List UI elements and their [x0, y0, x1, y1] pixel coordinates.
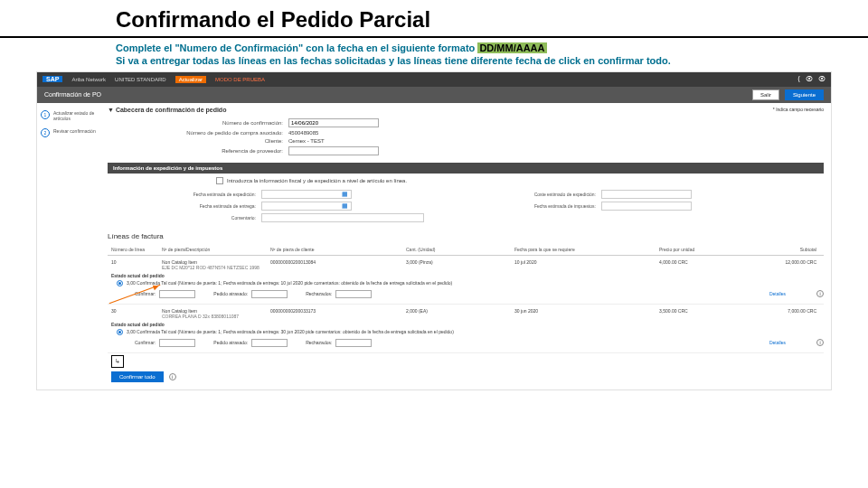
info-icon[interactable]: i: [816, 339, 824, 346]
li2-status-head: Estado actual del pedido: [111, 322, 824, 327]
app-topbar: SAP Ariba Network UNITED STANDARD Actual…: [37, 72, 831, 87]
delivery-date-label: Fecha estimada de entrega:: [162, 203, 261, 209]
topbar-icons: ⟨ ⦿ ⦿: [797, 75, 826, 83]
line-level-label: Introduzca la información fiscal y de ex…: [227, 178, 407, 183]
supplier-ref-label: Referencia de proveedor:: [162, 148, 288, 154]
li1-qty: 3,000 (Pinza): [406, 259, 514, 265]
user-icon[interactable]: ⦿: [818, 75, 826, 83]
calendar-icon[interactable]: ▦: [342, 202, 349, 210]
col-unit-price: Precio por unidad: [659, 247, 768, 252]
expand-arrow-icon[interactable]: ↳: [111, 355, 124, 368]
test-mode-label: MODO DE PRUEBA: [215, 77, 265, 82]
li2-num: 30: [108, 308, 162, 314]
li1-meta: EJE DC M20*12 ROD 487N574 NETZSEC 1998: [162, 265, 824, 270]
col-subtotal: Subtotal: [768, 247, 824, 252]
li1-status-text: 3,00 Confirmada Tal cual (Número de puer…: [127, 280, 452, 286]
info-icon[interactable]: i: [169, 373, 176, 380]
network-label: Ariba Network: [71, 77, 106, 82]
li2-meta: CORREA PLANA D 32x 83808011087: [162, 314, 824, 319]
customer-value: Cemex - TEST: [288, 138, 325, 144]
col-part-desc: Nº de pieza/Descripción: [162, 247, 270, 252]
line-item-10: 10 Non Catalog Item 000000000200013084 3…: [108, 256, 824, 305]
li1-reject-input[interactable]: [335, 290, 372, 298]
instruction-text: Complete el "Numero de Confirmación" con…: [0, 42, 868, 71]
confirm-all-button[interactable]: Confirmar todo: [111, 371, 164, 382]
li1-part: 000000000200013084: [270, 259, 406, 265]
conf-number-input[interactable]: [288, 118, 379, 127]
back-icon[interactable]: ⟨: [797, 75, 800, 83]
sap-logo: SAP: [42, 76, 62, 82]
li1-price: 4,000.00 CRC: [659, 259, 768, 265]
col-needby: Fecha para la que se requiere: [514, 247, 659, 252]
step-1-label: Actualizar estado de artículos: [53, 110, 97, 121]
li2-subtotal: 7,000.00 CRC: [768, 308, 824, 314]
step-2[interactable]: 2 Revisar confirmación: [41, 128, 97, 137]
li2-price: 3,500.00 CRC: [659, 308, 768, 314]
li1-reject-label: Rechazados:: [306, 291, 332, 296]
comment-label: Comentario:: [162, 215, 261, 221]
li2-backorder-label: Pedido atrasado:: [213, 340, 248, 345]
slide-title: Confirmando el Pedido Parcial: [0, 0, 868, 38]
col-line-num: Número de línea: [108, 247, 162, 252]
ariba-app-screenshot: SAP Ariba Network UNITED STANDARD Actual…: [36, 71, 832, 390]
table-header: Número de línea Nº de pieza/Descripción …: [108, 244, 824, 256]
comment-input[interactable]: [261, 213, 424, 222]
ship-cost-label: Coste estimado de expedición:: [502, 192, 601, 197]
step-1[interactable]: 1 Actualizar estado de artículos: [41, 110, 97, 121]
line-level-checkbox[interactable]: [216, 177, 223, 184]
li2-desc: Non Catalog Item: [162, 308, 270, 314]
li1-backorder-input[interactable]: [251, 290, 288, 298]
info-icon[interactable]: i: [816, 290, 824, 297]
col-qty: Cant. (Unidad): [406, 247, 514, 252]
li2-reject-label: Rechazados:: [306, 340, 332, 345]
required-hint: * Indica campo necesario: [773, 107, 824, 113]
tax-date-label: Fecha estimada de impuestos:: [502, 203, 601, 209]
li1-num: 10: [108, 259, 162, 265]
main-content: ▼ Cabecera de confirmación de pedido * I…: [100, 103, 831, 389]
po-number-label: Número de pedido de compra asociado:: [162, 130, 288, 136]
supplier-ref-input[interactable]: [288, 146, 379, 155]
supplier-crumb: UNITED STANDARD: [115, 77, 166, 82]
wizard-steps: 1 Actualizar estado de artículos 2 Revis…: [37, 103, 100, 389]
ship-tax-section: Información de expedición y de impuestos: [108, 163, 824, 174]
ship-date-label: Fecha estimada de expedición:: [162, 192, 261, 197]
li2-details-link[interactable]: Detalles: [769, 340, 795, 345]
ship-cost-input[interactable]: [601, 190, 692, 199]
header-panel-title: ▼ Cabecera de confirmación de pedido: [108, 107, 226, 113]
li2-status-text: 3,00 Confirmada Tal cual (Número de puer…: [127, 329, 454, 334]
step-1-circle: 1: [41, 110, 50, 119]
li2-status-radio[interactable]: [117, 329, 123, 335]
step-2-circle: 2: [41, 128, 50, 137]
li2-reject-input[interactable]: [335, 339, 372, 347]
delivery-date-input[interactable]: ▦: [261, 202, 352, 211]
li2-confirm-label: Confirmar:: [135, 340, 156, 345]
li2-date: 30 jun 2020: [514, 308, 659, 314]
li1-status-radio[interactable]: [117, 280, 123, 286]
tax-date-input[interactable]: [601, 202, 692, 211]
li2-part: 000000000200033173: [270, 308, 406, 314]
page-title: Confirmación de PO: [44, 91, 101, 98]
li1-backorder-label: Pedido atrasado:: [213, 291, 248, 296]
exit-button[interactable]: Salir: [752, 89, 779, 100]
col-customer-part: Nº de pieza de cliente: [270, 247, 406, 252]
li1-desc: Non Catalog Item: [162, 259, 270, 265]
conf-number-label: Número de confirmación:: [162, 120, 288, 126]
li1-confirm-input[interactable]: [159, 290, 195, 298]
li2-confirm-input[interactable]: [159, 339, 195, 347]
line-item-30: 30 Non Catalog Item 000000000200033173 2…: [108, 305, 824, 353]
li2-backorder-input[interactable]: [251, 339, 288, 347]
actualizar-btn[interactable]: Actualizar: [175, 76, 206, 83]
ship-date-input[interactable]: ▦: [261, 190, 352, 199]
step-2-label: Revisar confirmación: [53, 128, 96, 137]
li1-subtotal: 12,000.00 CRC: [768, 259, 824, 265]
po-number-value: 4500489085: [288, 130, 318, 136]
li1-details-link[interactable]: Detalles: [769, 291, 795, 296]
calendar-icon[interactable]: ▦: [342, 191, 349, 198]
help-icon[interactable]: ⦿: [806, 75, 813, 83]
date-format-highlight: DD/MM/AAAA: [477, 42, 546, 53]
invoice-lines-heading: Líneas de factura: [108, 232, 824, 240]
instr-part1: Complete el "Numero de Confirmación" con…: [116, 42, 477, 53]
page-header-bar: Confirmación de PO Salir Siguiente: [37, 87, 831, 103]
li1-date: 10 jul 2020: [514, 259, 659, 265]
next-button[interactable]: Siguiente: [785, 89, 824, 100]
